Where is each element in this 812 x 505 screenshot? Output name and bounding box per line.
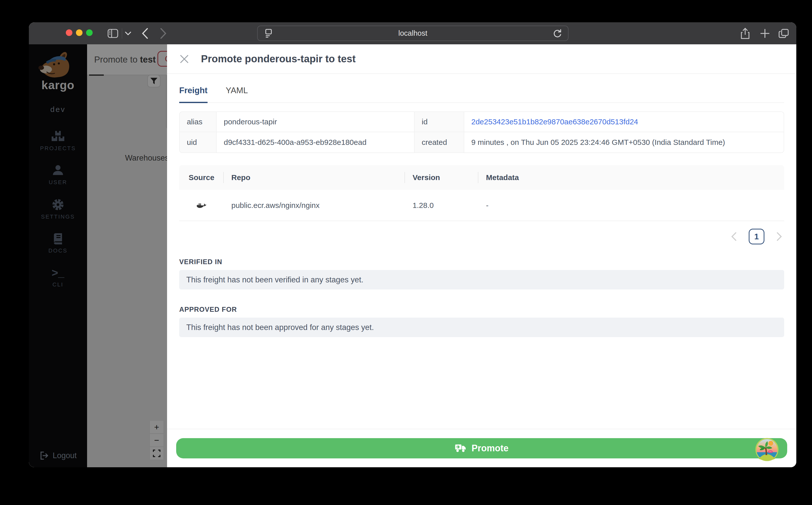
close-icon[interactable]: [179, 54, 189, 64]
approved-for-label: APPROVED FOR: [179, 306, 784, 314]
url-text: localhost: [273, 29, 553, 37]
repo-cell: public.ecr.aws/nginx/nginx: [224, 190, 405, 220]
id-label: id: [415, 112, 464, 132]
modal-title: Promote ponderous-tapir to test: [201, 53, 356, 64]
next-page-icon[interactable]: [777, 232, 782, 241]
uid-value: d9cf4331-d625-400a-a953-eb928e180ead: [217, 132, 415, 152]
version-cell: 1.28.0: [405, 190, 478, 220]
column-header-repo: Repo: [224, 165, 405, 190]
id-value: 2de253423e51b1b82e9870ae638e2670d513fd24: [464, 112, 784, 132]
page-number-button[interactable]: 1: [749, 229, 764, 244]
pagination: 1: [179, 229, 784, 244]
tab-overview-icon[interactable]: [776, 22, 791, 44]
verified-in-label: VERIFIED IN: [179, 258, 784, 266]
approved-for-message: This freight has not been approved for a…: [179, 318, 784, 337]
column-header-metadata: Metadata: [478, 165, 784, 190]
alias-label: alias: [180, 112, 217, 132]
tab-yaml[interactable]: YAML: [226, 86, 248, 102]
freight-id-link[interactable]: 2de253423e51b1b82e9870ae638e2670d513fd24: [471, 118, 638, 126]
island-vacation-badge: [755, 438, 779, 461]
forward-button[interactable]: [158, 22, 169, 44]
created-label: created: [415, 132, 464, 152]
modal-tabs: Freight YAML: [179, 86, 784, 103]
back-button[interactable]: [139, 22, 151, 44]
share-icon[interactable]: [738, 22, 753, 44]
toolbar-separator: [122, 28, 122, 38]
source-cell: [179, 190, 224, 220]
promote-button[interactable]: Promote: [176, 438, 787, 458]
browser-toolbar: localhost: [29, 22, 796, 44]
page-icon: [264, 28, 273, 38]
metadata-cell: -: [478, 190, 784, 220]
promote-freight-modal: Promote ponderous-tapir to test Freight …: [167, 44, 796, 467]
address-bar[interactable]: localhost: [257, 26, 568, 41]
minimize-window-button[interactable]: [76, 29, 82, 36]
browser-window: localhost: [29, 22, 796, 467]
tab-freight[interactable]: Freight: [179, 86, 208, 103]
sidebar-toggle-icon[interactable]: [107, 22, 119, 44]
alias-value: ponderous-tapir: [217, 112, 415, 132]
new-tab-icon[interactable]: [757, 22, 773, 44]
created-value: 9 minutes , on Thu Jun 05 2025 23:24:46 …: [464, 132, 784, 152]
close-window-button[interactable]: [66, 29, 72, 36]
previous-page-icon[interactable]: [731, 232, 737, 241]
chevron-down-icon[interactable]: [123, 22, 132, 44]
reload-icon[interactable]: [553, 28, 562, 38]
column-header-version: Version: [405, 165, 478, 190]
zoom-window-button[interactable]: [86, 29, 93, 36]
column-header-source: Source: [179, 165, 224, 190]
table-row: public.ecr.aws/nginx/nginx 1.28.0 -: [179, 190, 784, 221]
modal-footer: Promote: [167, 429, 796, 467]
artifacts-table: Source Repo Version Metadata: [179, 165, 784, 221]
uid-label: uid: [180, 132, 217, 152]
verified-in-message: This freight has not been verified in an…: [179, 270, 784, 290]
truck-icon: [455, 444, 467, 453]
docker-whale-icon: [197, 202, 207, 209]
freight-details-table: alias ponderous-tapir id 2de253423e51b1b…: [179, 112, 784, 153]
